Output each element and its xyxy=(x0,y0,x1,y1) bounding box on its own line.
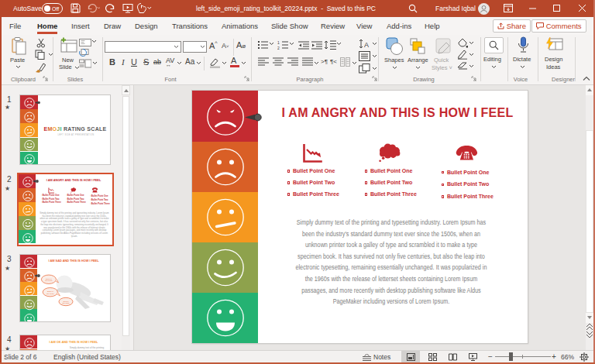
svg-text:silly head: silly head xyxy=(62,302,70,304)
svg-text:1: 1 xyxy=(277,40,280,45)
svg-text:silly head: silly head xyxy=(45,280,53,281)
svg-text:2: 2 xyxy=(277,46,280,50)
svg-text:A: A xyxy=(364,41,369,49)
svg-text:silly head: silly head xyxy=(46,293,54,294)
svg-text:Off: Off xyxy=(52,6,59,12)
